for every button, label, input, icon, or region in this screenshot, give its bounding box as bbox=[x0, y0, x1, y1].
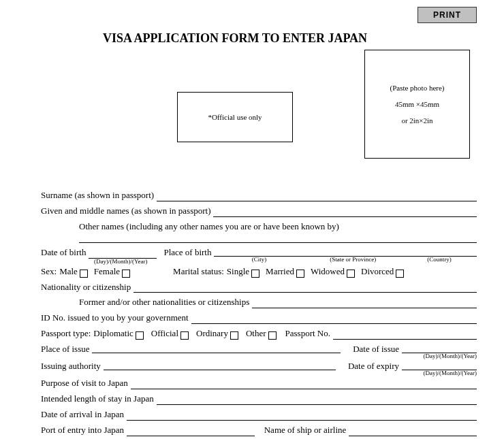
female-label: Female bbox=[94, 266, 120, 278]
sex-label: Sex: bbox=[41, 266, 59, 278]
pob-state-field[interactable] bbox=[304, 247, 402, 257]
page-title: VISA APPLICATION FORM TO ENTER JAPAN bbox=[75, 31, 395, 46]
given-label: Given and middle names (as shown in pass… bbox=[41, 206, 213, 217]
date-expiry-hint: (Day)/(Month)/(Year) bbox=[423, 370, 477, 376]
issuing-auth-label: Issuing authority bbox=[41, 361, 104, 372]
port-label: Port of entry into Japan bbox=[41, 425, 127, 436]
other-names-label: Other names (including any other names y… bbox=[79, 221, 342, 231]
male-label: Male bbox=[59, 266, 78, 278]
ship-label: Name of ship or airline bbox=[264, 425, 349, 436]
surname-field[interactable] bbox=[157, 192, 477, 201]
ship-field[interactable] bbox=[349, 427, 477, 436]
place-issue-field[interactable] bbox=[92, 344, 341, 353]
pp-type-label: Passport type: bbox=[41, 328, 93, 340]
other-label: Other bbox=[246, 328, 266, 340]
purpose-label: Purpose of visit to Japan bbox=[41, 378, 131, 389]
photo-hint-3: or 2in×2in bbox=[401, 116, 432, 125]
pob-state-hint: (State or Province) bbox=[330, 257, 376, 263]
length-label: Intended length of stay in Japan bbox=[41, 393, 157, 405]
male-checkbox[interactable] bbox=[80, 270, 88, 278]
female-checkbox[interactable] bbox=[122, 270, 130, 278]
surname-label: Surname (as shown in passport) bbox=[41, 190, 157, 201]
pob-label: Place of birth bbox=[163, 247, 214, 259]
official-checkbox[interactable] bbox=[180, 331, 189, 340]
official-use-box: *Official use only bbox=[177, 92, 293, 142]
date-expiry-label: Date of expiry bbox=[348, 361, 402, 372]
given-field[interactable] bbox=[213, 208, 477, 217]
ordinary-label: Ordinary bbox=[196, 328, 228, 340]
photo-hint-2: 45mm ×45mm bbox=[395, 100, 439, 108]
divorced-label: Divorced bbox=[361, 266, 394, 278]
arrival-label: Date of arrival in Japan bbox=[41, 409, 127, 421]
date-issue-label: Date of issue bbox=[353, 344, 402, 355]
date-expiry-field[interactable] bbox=[402, 361, 477, 370]
diplomatic-checkbox[interactable] bbox=[136, 331, 144, 340]
issuing-auth-field[interactable] bbox=[104, 361, 336, 370]
pp-no-label: Passport No. bbox=[285, 328, 333, 340]
dob-hint: (Day)/(Month)/(Year) bbox=[94, 259, 148, 265]
photo-box: (Paste photo here) 45mm ×45mm or 2in×2in bbox=[364, 50, 470, 159]
widowed-label: Widowed bbox=[311, 266, 345, 278]
dob-field[interactable] bbox=[89, 249, 157, 259]
id-no-field[interactable] bbox=[191, 314, 477, 324]
date-issue-hint: (Day)/(Month)/(Year) bbox=[423, 353, 477, 359]
married-label: Married bbox=[266, 266, 294, 278]
pob-country-hint: (Country) bbox=[427, 257, 452, 263]
pob-city-hint: (City) bbox=[252, 257, 267, 263]
single-checkbox[interactable] bbox=[251, 270, 259, 278]
former-nat-field[interactable] bbox=[252, 299, 477, 308]
dob-label: Date of birth bbox=[41, 247, 89, 259]
former-nat-label: Former and/or other nationalities or cit… bbox=[79, 297, 252, 308]
length-field[interactable] bbox=[157, 395, 477, 405]
photo-hint-1: (Paste photo here) bbox=[390, 84, 444, 92]
place-issue-label: Place of issue bbox=[41, 344, 92, 355]
official-label: Official bbox=[151, 328, 178, 340]
other-checkbox[interactable] bbox=[268, 331, 277, 340]
marital-label: Marital status: bbox=[173, 266, 227, 278]
pob-country-field[interactable] bbox=[402, 247, 477, 257]
arrival-field[interactable] bbox=[127, 411, 477, 421]
print-button[interactable]: PRINT bbox=[418, 7, 477, 23]
married-checkbox[interactable] bbox=[296, 270, 304, 278]
divorced-checkbox[interactable] bbox=[396, 270, 404, 278]
id-no-label: ID No. issued to you by your government bbox=[41, 312, 191, 324]
diplomatic-label: Diplomatic bbox=[93, 328, 133, 340]
nationality-field[interactable] bbox=[133, 283, 477, 293]
single-label: Single bbox=[227, 266, 249, 278]
purpose-field[interactable] bbox=[131, 380, 477, 389]
pob-city-field[interactable] bbox=[214, 247, 304, 257]
other-names-field[interactable] bbox=[79, 233, 477, 243]
ordinary-checkbox[interactable] bbox=[230, 331, 238, 340]
pp-no-field[interactable] bbox=[333, 330, 477, 340]
widowed-checkbox[interactable] bbox=[347, 270, 355, 278]
date-issue-field[interactable] bbox=[402, 344, 477, 353]
port-field[interactable] bbox=[127, 427, 255, 436]
nationality-label: Nationality or citizenship bbox=[41, 282, 133, 293]
